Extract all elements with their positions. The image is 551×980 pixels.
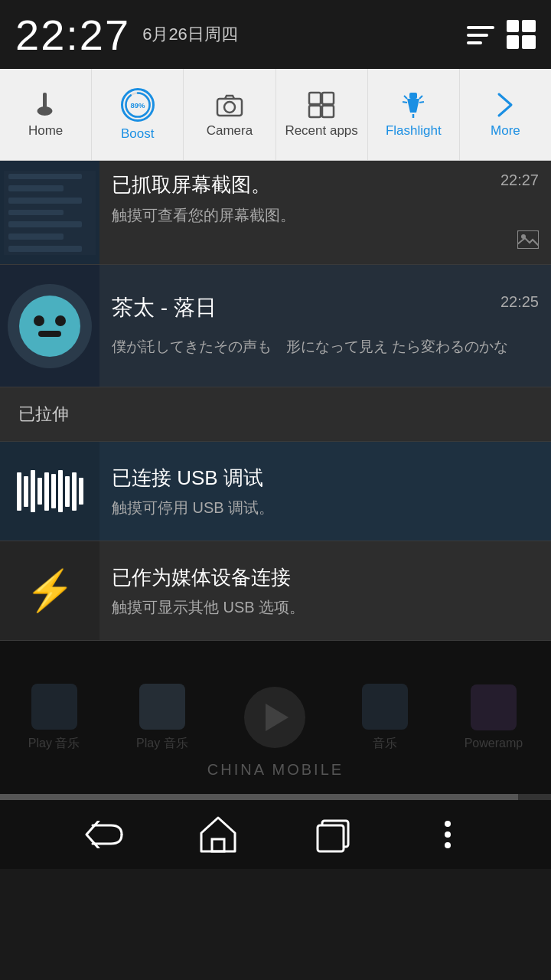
bg-app-label-1: Play 音乐: [28, 736, 80, 752]
bg-app-icon-3: [362, 684, 408, 730]
toolbar-home-label: Home: [28, 123, 63, 139]
bg-app-play-music: Play 音乐: [28, 684, 80, 752]
status-bar: 22:27 6月26日周四: [0, 0, 551, 69]
boost-circle: 89%: [121, 88, 155, 122]
svg-rect-2: [467, 41, 482, 44]
menu-dots-icon: [445, 821, 451, 848]
notification-music[interactable]: 茶太 - 落日 22:25 僕が託してきたその声も 形になって見え たら変わるの…: [0, 265, 551, 387]
stretch-text: 已拉伸: [18, 403, 69, 426]
usb-debug-notification-body: 已连接 USB 调试 触摸可停用 USB 调试。: [99, 442, 551, 541]
back-button[interactable]: [77, 808, 130, 861]
toolbar-camera-label: Camera: [207, 123, 253, 139]
bg-app-music: 音乐: [362, 684, 408, 752]
media-play-button[interactable]: [244, 687, 305, 748]
screenshot-preview-image: [4, 171, 96, 255]
toolbar-home[interactable]: Home: [0, 69, 92, 160]
svg-marker-19: [407, 99, 419, 113]
home-icon: [198, 815, 238, 854]
bg-app-play2: Play 音乐: [136, 684, 188, 752]
chevron-right-icon: [491, 91, 519, 119]
music-title: 茶太 - 落日: [112, 293, 217, 322]
grid-icon: [507, 20, 536, 49]
music-thumbnail: [0, 265, 99, 387]
usb-icon: ⚡: [25, 567, 75, 614]
svg-rect-18: [409, 93, 417, 99]
toolbar-recent-apps[interactable]: Recent apps: [276, 69, 368, 160]
play-triangle-icon: [266, 704, 289, 731]
bg-app-poweramp: Poweramp: [465, 684, 523, 750]
quick-toolbar: Home 89% Boost Camera Recent apps: [0, 69, 551, 161]
svg-line-23: [403, 102, 407, 103]
svg-rect-17: [322, 106, 334, 117]
robot-avatar-face: [19, 296, 80, 357]
screenshot-time: 22:27: [500, 172, 539, 189]
music-avatar: [8, 284, 92, 368]
recents-icon: [313, 815, 353, 854]
music-notification-body: 茶太 - 落日 22:25 僕が託してきたその声も 形になって見え たら変わるの…: [99, 265, 551, 387]
toolbar-flashlight[interactable]: Flashlight: [368, 69, 460, 160]
bg-app-label-3: 音乐: [373, 736, 397, 752]
svg-rect-28: [212, 839, 224, 851]
toolbar-recent-label: Recent apps: [285, 123, 357, 139]
svg-rect-7: [43, 93, 47, 108]
progress-bar-fill: [0, 794, 518, 800]
china-mobile-label: CHINA MOBILE: [207, 761, 344, 779]
svg-text:89%: 89%: [130, 101, 145, 109]
usb-debug-title: 已连接 USB 调试: [112, 465, 539, 492]
usb-media-icon-area: ⚡: [0, 541, 99, 640]
svg-rect-30: [318, 825, 344, 851]
toolbar-boost[interactable]: 89% Boost: [92, 69, 184, 160]
screenshot-title: 已抓取屏幕截图。: [112, 172, 271, 198]
signal-icon: [467, 23, 497, 46]
toolbar-flashlight-label: Flashlight: [386, 123, 442, 139]
svg-rect-0: [467, 26, 494, 29]
recent-apps-icon: [308, 91, 335, 119]
svg-rect-14: [309, 93, 321, 104]
notification-screenshot[interactable]: 已抓取屏幕截图。 22:27 触摸可查看您的屏幕截图。: [0, 161, 551, 265]
toolbar-more[interactable]: More: [460, 69, 551, 160]
svg-rect-5: [507, 35, 519, 49]
svg-rect-25: [517, 230, 539, 249]
notification-usb-media[interactable]: ⚡ 已作为媒体设备连接 触摸可显示其他 USB 选项。: [0, 541, 551, 641]
svg-rect-1: [467, 34, 488, 37]
svg-line-21: [404, 96, 407, 99]
music-header: 茶太 - 落日 22:25: [112, 293, 539, 330]
svg-point-8: [37, 106, 52, 116]
broom-icon: [32, 91, 60, 119]
usb-debug-desc: 触摸可停用 USB 调试。: [112, 498, 539, 518]
bg-app-icon-1: [31, 684, 77, 730]
usb-media-notification-body: 已作为媒体设备连接 触摸可显示其他 USB 选项。: [99, 541, 551, 640]
barcode-icon: [17, 470, 83, 512]
svg-rect-16: [309, 106, 321, 117]
notification-stretch[interactable]: 已拉伸: [0, 387, 551, 442]
usb-media-desc: 触摸可显示其他 USB 选项。: [112, 597, 539, 618]
bg-app-label-2: Play 音乐: [136, 736, 188, 752]
recents-button[interactable]: [306, 808, 360, 861]
background-app-area: Play 音乐 Play 音乐 音乐 Poweramp CHINA MOBILE: [0, 641, 551, 794]
notification-usb-debug[interactable]: 已连接 USB 调试 触摸可停用 USB 调试。: [0, 442, 551, 541]
clock: 22:27: [15, 10, 130, 60]
bg-app-icon-4: [471, 684, 517, 730]
notifications-panel: 已抓取屏幕截图。 22:27 触摸可查看您的屏幕截图。: [0, 161, 551, 641]
svg-rect-3: [507, 20, 519, 32]
toolbar-camera[interactable]: Camera: [184, 69, 276, 160]
svg-rect-4: [522, 20, 536, 32]
svg-line-24: [419, 102, 424, 103]
screenshot-header: 已抓取屏幕截图。 22:27: [112, 172, 539, 198]
toolbar-boost-label: Boost: [121, 126, 154, 142]
navigation-bar: [0, 800, 551, 869]
screenshot-desc: 触摸可查看您的屏幕截图。: [112, 204, 539, 226]
status-left: 22:27 6月26日周四: [15, 10, 238, 60]
menu-button[interactable]: [421, 808, 474, 861]
svg-rect-15: [322, 93, 334, 104]
usb-media-title: 已作为媒体设备连接: [112, 564, 539, 591]
progress-bar-area: [0, 794, 551, 800]
usb-debug-icon-area: [0, 442, 99, 541]
boost-progress-ring: 89%: [123, 88, 152, 122]
home-button[interactable]: [191, 808, 245, 861]
toolbar-more-label: More: [491, 123, 520, 139]
flashlight-icon: [399, 91, 427, 119]
camera-icon: [216, 91, 243, 119]
screenshot-notification-body: 已抓取屏幕截图。 22:27 触摸可查看您的屏幕截图。: [99, 161, 551, 264]
bg-app-label-4: Poweramp: [465, 737, 523, 750]
